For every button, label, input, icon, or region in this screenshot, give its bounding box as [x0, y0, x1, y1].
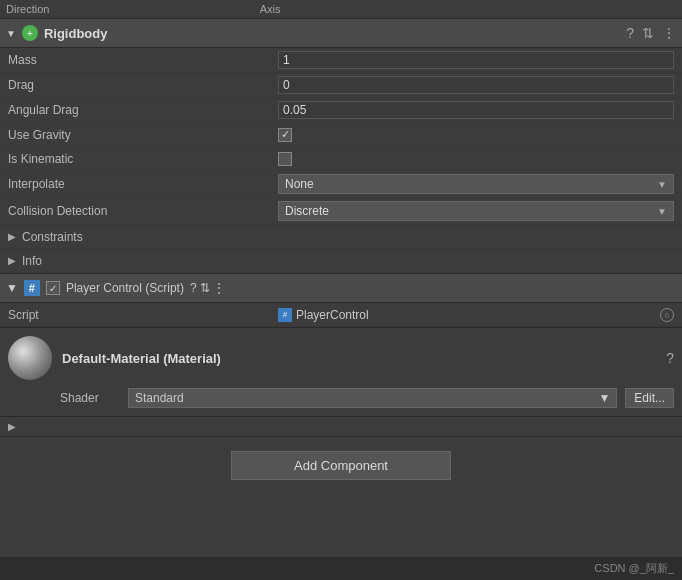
is-kinematic-row: Is Kinematic [0, 147, 682, 171]
rigidbody-header-icons: ? ⇅ ⋮ [626, 25, 676, 41]
collision-detection-value: Discrete ▼ [278, 201, 674, 221]
shader-dropdown-arrow: ▼ [598, 391, 610, 405]
interpolate-dropdown-arrow: ▼ [657, 179, 667, 190]
drag-value [278, 76, 674, 94]
interpolate-value: None ▼ [278, 174, 674, 194]
collision-detection-dropdown-arrow: ▼ [657, 206, 667, 217]
rigidbody-more-icon[interactable]: ⋮ [662, 25, 676, 41]
material-section: Default-Material (Material) ? Shader Sta… [0, 328, 682, 417]
player-control-section: ▼ # Player Control (Script) ? ⇅ ⋮ Script… [0, 274, 682, 328]
angular-drag-input[interactable] [278, 101, 674, 119]
mass-row: Mass [0, 48, 682, 73]
bottom-bar: CSDN @_阿新_ [0, 557, 682, 580]
mass-value [278, 51, 674, 69]
info-label: Info [22, 254, 42, 268]
player-control-adjust-icon[interactable]: ⇅ [200, 281, 210, 295]
rigidbody-title: Rigidbody [44, 26, 620, 41]
script-value-container: # PlayerControl ○ [278, 308, 674, 322]
player-control-header[interactable]: ▼ # Player Control (Script) ? ⇅ ⋮ [0, 274, 682, 303]
angular-drag-row: Angular Drag [0, 98, 682, 123]
rigidbody-header[interactable]: ▼ + Rigidbody ? ⇅ ⋮ [0, 19, 682, 48]
expand-row[interactable]: ▶ [0, 417, 682, 437]
use-gravity-checkbox[interactable] [278, 128, 292, 142]
add-component-container: Add Component [0, 437, 682, 494]
drag-input[interactable] [278, 76, 674, 94]
interpolate-dropdown[interactable]: None ▼ [278, 174, 674, 194]
collision-detection-dropdown-value: Discrete [285, 204, 329, 218]
info-arrow: ▶ [8, 255, 16, 266]
player-control-collapse-arrow[interactable]: ▼ [6, 281, 18, 295]
script-link-icon[interactable]: ○ [660, 308, 674, 322]
interpolate-dropdown-value: None [285, 177, 314, 191]
collision-detection-label: Collision Detection [8, 204, 278, 218]
use-gravity-value [278, 128, 674, 142]
rigidbody-adjust-icon[interactable]: ⇅ [642, 25, 654, 41]
info-row[interactable]: ▶ Info [0, 249, 682, 273]
script-label: Script [8, 308, 278, 322]
player-control-icon: # [24, 280, 40, 296]
shader-dropdown[interactable]: Standard ▼ [128, 388, 617, 408]
use-gravity-label: Use Gravity [8, 128, 278, 142]
top-direction-bar: Direction Axis [0, 0, 682, 19]
constraints-arrow: ▶ [8, 231, 16, 242]
shader-dropdown-value: Standard [135, 391, 184, 405]
player-control-header-icons: ? ⇅ ⋮ [190, 281, 225, 295]
direction-value: Axis [260, 3, 281, 15]
angular-drag-label: Angular Drag [8, 103, 278, 117]
angular-drag-value [278, 101, 674, 119]
rigidbody-section: ▼ + Rigidbody ? ⇅ ⋮ Mass Drag Angular Dr… [0, 19, 682, 274]
add-component-button[interactable]: Add Component [231, 451, 451, 480]
csdn-label: CSDN @_阿新_ [594, 561, 674, 576]
use-gravity-row: Use Gravity [0, 123, 682, 147]
shader-label: Shader [60, 391, 120, 405]
is-kinematic-checkbox[interactable] [278, 152, 292, 166]
interpolate-label: Interpolate [8, 177, 278, 191]
script-row: Script # PlayerControl ○ [0, 303, 682, 327]
script-name: PlayerControl [296, 308, 369, 322]
expand-arrow[interactable]: ▶ [8, 421, 16, 432]
mass-input[interactable] [278, 51, 674, 69]
drag-label: Drag [8, 78, 278, 92]
collision-detection-dropdown[interactable]: Discrete ▼ [278, 201, 674, 221]
rigidbody-help-icon[interactable]: ? [626, 25, 634, 41]
rigidbody-collapse-arrow[interactable]: ▼ [6, 28, 16, 39]
is-kinematic-value [278, 152, 674, 166]
material-header: Default-Material (Material) ? [8, 336, 674, 380]
is-kinematic-label: Is Kinematic [8, 152, 278, 166]
player-control-more-icon[interactable]: ⋮ [213, 281, 225, 295]
player-control-enable-checkbox[interactable] [46, 281, 60, 295]
rigidbody-icon: + [22, 25, 38, 41]
player-control-help-icon[interactable]: ? [190, 281, 197, 295]
shader-edit-button[interactable]: Edit... [625, 388, 674, 408]
material-sphere-preview [8, 336, 52, 380]
drag-row: Drag [0, 73, 682, 98]
collision-detection-row: Collision Detection Discrete ▼ [0, 198, 682, 225]
mass-label: Mass [8, 53, 278, 67]
direction-label: Direction [6, 3, 49, 15]
interpolate-row: Interpolate None ▼ [0, 171, 682, 198]
script-file-icon: # [278, 308, 292, 322]
player-control-title: Player Control (Script) [66, 281, 184, 295]
material-title: Default-Material (Material) [62, 351, 656, 366]
shader-row: Shader Standard ▼ Edit... [8, 388, 674, 408]
material-help-icon[interactable]: ? [666, 350, 674, 366]
constraints-row[interactable]: ▶ Constraints [0, 225, 682, 249]
constraints-label: Constraints [22, 230, 83, 244]
